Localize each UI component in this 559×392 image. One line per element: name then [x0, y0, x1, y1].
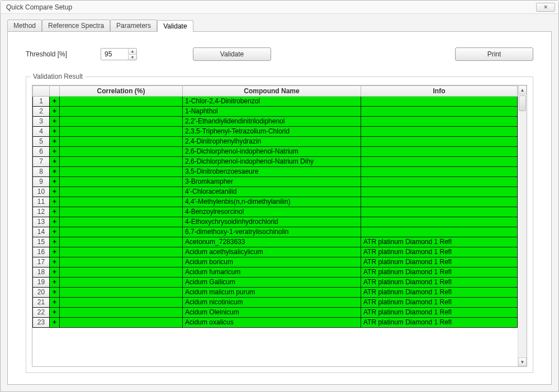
table-row[interactable]: 21+Acidum nicotinicumATR platinum Diamon…: [33, 298, 518, 308]
row-number[interactable]: 7: [33, 157, 50, 167]
spinner-buttons: ▲ ▼: [128, 49, 136, 60]
table-row[interactable]: 23+Acidum oxalicusATR platinum Diamond 1…: [33, 318, 518, 328]
spinner-down-icon[interactable]: ▼: [129, 55, 136, 60]
table-row[interactable]: 1+1-Chlor-2,4-Dinitrobenzol: [33, 97, 518, 107]
row-number[interactable]: 14: [33, 227, 50, 237]
cell-info: [361, 197, 518, 207]
close-button[interactable]: ✕: [536, 3, 555, 12]
row-number[interactable]: 23: [33, 318, 50, 328]
threshold-spinner[interactable]: ▲ ▼: [101, 48, 137, 60]
tab-parameters[interactable]: Parameters: [110, 20, 157, 31]
table-row[interactable]: 10+4'-Chloracetanilid: [33, 187, 518, 197]
table-row[interactable]: 3+2,2'-Ethandiylidendinitrilodiphenol: [33, 117, 518, 127]
row-mark: +: [50, 217, 60, 227]
threshold-input[interactable]: [101, 49, 128, 60]
row-number[interactable]: 3: [33, 117, 50, 127]
table-row[interactable]: 11+4,4'-Methylenbis(n,n-dimethylanilin): [33, 197, 518, 207]
row-number[interactable]: 13: [33, 217, 50, 227]
cell-correlation: [60, 207, 183, 217]
cell-correlation: [60, 107, 183, 117]
col-info[interactable]: Info: [361, 86, 518, 97]
col-correlation[interactable]: Correlation (%): [60, 86, 183, 97]
row-number[interactable]: 17: [33, 257, 50, 267]
table-row[interactable]: 4+2,3,5-Triphenyl-Tetrazolium-Chlorid: [33, 127, 518, 137]
cell-info: ATR platinum Diamond 1 Refl: [361, 257, 518, 267]
table-row[interactable]: 7+2,6-Dichlorphenol-indophenol-Natrium D…: [33, 157, 518, 167]
cell-info: ATR platinum Diamond 1 Refl: [361, 318, 518, 328]
row-number[interactable]: 22: [33, 308, 50, 318]
table-row[interactable]: 16+Acidum acethylsalicylicumATR platinum…: [33, 247, 518, 257]
col-compound[interactable]: Compound Name: [183, 86, 361, 97]
row-number[interactable]: 5: [33, 137, 50, 147]
row-number[interactable]: 20: [33, 288, 50, 298]
row-number[interactable]: 4: [33, 127, 50, 137]
table-row[interactable]: 14+6,7-dimethoxy-1-veratrylisochinolin: [33, 227, 518, 237]
row-number[interactable]: 12: [33, 207, 50, 217]
table-row[interactable]: 9+3-Bromkampher: [33, 177, 518, 187]
results-grid[interactable]: Correlation (%) Compound Name Info 1+1-C…: [32, 85, 518, 366]
row-number[interactable]: 9: [33, 177, 50, 187]
cell-correlation: [60, 278, 183, 288]
table-row[interactable]: 22+Acidum OleinicumATR platinum Diamond …: [33, 308, 518, 318]
table-row[interactable]: 15+Acetonum_7283633ATR platinum Diamond …: [33, 237, 518, 247]
table-row[interactable]: 13+4-Ethoxychrysoidinhydrochlorid: [33, 217, 518, 227]
cell-info: [361, 177, 518, 187]
row-number[interactable]: 21: [33, 298, 50, 308]
row-mark: +: [50, 167, 60, 177]
cell-compound: 3,5-Dinitrobenzoesaeure: [183, 167, 361, 177]
table-row[interactable]: 18+Acidum fumaricumATR platinum Diamond …: [33, 267, 518, 278]
scroll-thumb[interactable]: [519, 95, 526, 111]
table-row[interactable]: 2+1-Naphthol: [33, 107, 518, 117]
table-row[interactable]: 8+3,5-Dinitrobenzoesaeure: [33, 167, 518, 177]
scroll-up-icon[interactable]: ▲: [518, 85, 527, 94]
row-number[interactable]: 15: [33, 237, 50, 247]
row-number[interactable]: 8: [33, 167, 50, 177]
table-row[interactable]: 19+Acidum GallicumATR platinum Diamond 1…: [33, 278, 518, 288]
tab-validate[interactable]: Validate: [157, 20, 193, 32]
spinner-up-icon[interactable]: ▲: [129, 49, 136, 55]
cell-correlation: [60, 197, 183, 207]
cell-info: [361, 187, 518, 197]
controls-row: Threshold [%] ▲ ▼ Validate Print: [26, 47, 533, 77]
table-row[interactable]: 20+Acidum malicum purumATR platinum Diam…: [33, 288, 518, 298]
col-rownum[interactable]: [33, 86, 50, 97]
row-number[interactable]: 10: [33, 187, 50, 197]
titlebar: Quick Compare Setup ✕: [1, 1, 558, 14]
table-row[interactable]: 17+Acidum boricumATR platinum Diamond 1 …: [33, 257, 518, 267]
title-controls: ✕: [536, 3, 555, 12]
row-number[interactable]: 19: [33, 278, 50, 288]
row-number[interactable]: 1: [33, 97, 50, 107]
scroll-down-icon[interactable]: ▼: [518, 357, 527, 366]
table-row[interactable]: 12+4-Benzoylresorcinol: [33, 207, 518, 217]
tab-label: Validate: [163, 22, 187, 30]
cell-info: [361, 157, 518, 167]
tab-method[interactable]: Method: [7, 20, 42, 31]
row-number[interactable]: 6: [33, 147, 50, 157]
row-mark: +: [50, 288, 60, 298]
vertical-scrollbar[interactable]: ▲ ▼: [518, 85, 527, 366]
table-row[interactable]: 6+2,6-Dichlorphenol-indophenol-Natrium: [33, 147, 518, 157]
print-button[interactable]: Print: [455, 47, 533, 61]
scroll-track[interactable]: [518, 94, 527, 357]
groupbox-legend: Validation Result: [31, 73, 85, 80]
cell-correlation: [60, 137, 183, 147]
cell-correlation: [60, 257, 183, 267]
cell-info: ATR platinum Diamond 1 Refl: [361, 298, 518, 308]
row-number[interactable]: 16: [33, 247, 50, 257]
table-row[interactable]: 5+2,4-Dinitrophenylhydrazin: [33, 137, 518, 147]
row-mark: +: [50, 308, 60, 318]
row-number[interactable]: 2: [33, 107, 50, 117]
validate-button[interactable]: Validate: [193, 47, 271, 61]
table-header-row: Correlation (%) Compound Name Info: [33, 86, 518, 97]
cell-compound: Acetonum_7283633: [183, 237, 361, 247]
cell-compound: Acidum boricum: [183, 257, 361, 267]
cell-correlation: [60, 217, 183, 227]
row-number[interactable]: 18: [33, 267, 50, 278]
col-mark[interactable]: [50, 86, 60, 97]
cell-correlation: [60, 157, 183, 167]
cell-compound: 2,6-Dichlorphenol-indophenol-Natrium: [183, 147, 361, 157]
row-mark: +: [50, 318, 60, 328]
row-number[interactable]: 11: [33, 197, 50, 207]
cell-correlation: [60, 167, 183, 177]
tab-reference-spectra[interactable]: Reference Spectra: [42, 20, 110, 31]
